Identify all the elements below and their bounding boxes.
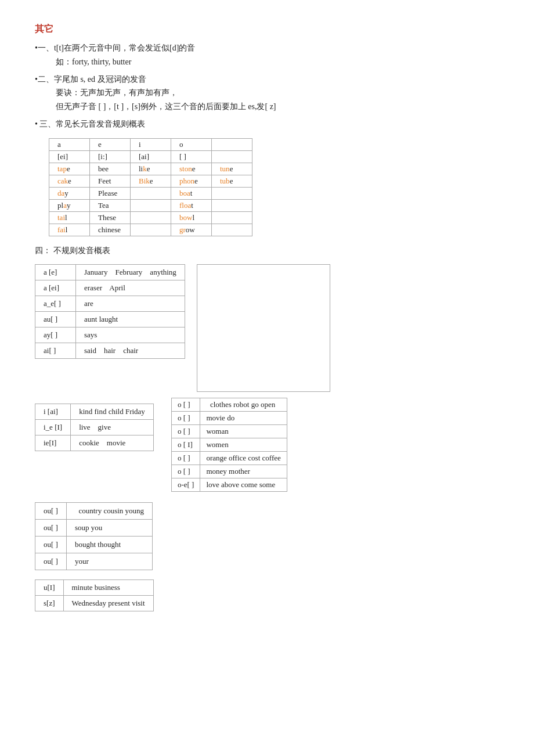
bullet-3: • 三、常见长元音发音规则概表 [35, 117, 499, 131]
i-sounds-table: i [ai]kind find child Friday i_e [I]live… [35, 404, 154, 451]
long-vowel-table: aeio [ei][i:][ai][ ] tape bee like stone… [49, 138, 252, 236]
o-sounds-table: o [ ] clothes robot go open o [ ]movie d… [171, 398, 287, 492]
empty-box-1 [197, 264, 330, 392]
phoneme-a-e: a [e] [35, 264, 76, 280]
irregular-left-table: a [e]January February anything a [ei]era… [35, 264, 185, 359]
bullet-1: •一、t[t]在两个元音中间，常会发近似[d]的音 如：forty, thirt… [35, 41, 499, 69]
ou-sounds-table: ou[ ] country cousin young ou[ ]soup you… [35, 502, 153, 570]
words-a-e: January February anything [76, 264, 185, 280]
four-title: 四： 不规则发音概表 [35, 246, 499, 256]
bullet-2: •二、字尾加 s, ed 及冠词的发音 要诀：无声加无声，有声加有声， 但无声子… [35, 73, 499, 114]
irregular-section: a [e]January February anything a [ei]era… [35, 264, 499, 392]
middle-section: i [ai]kind find child Friday i_e [I]live… [35, 398, 499, 492]
section-title: 其它 [35, 23, 499, 35]
u-sounds-table: u[I]minute business s[z]Wednesday presen… [35, 579, 154, 611]
